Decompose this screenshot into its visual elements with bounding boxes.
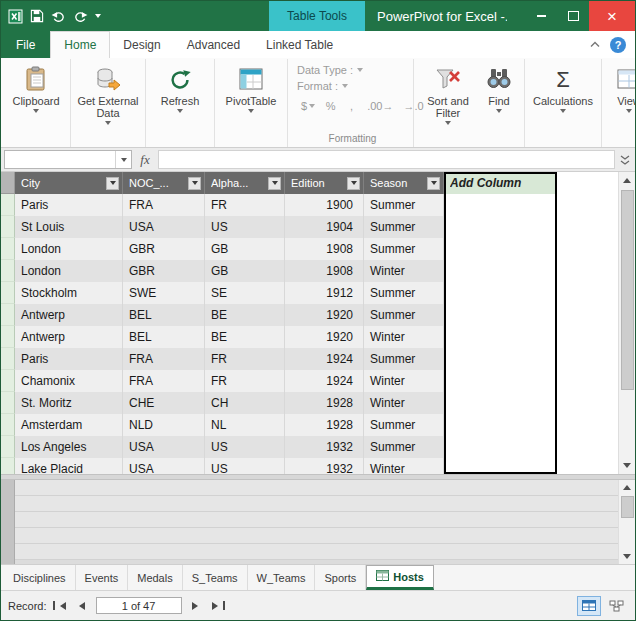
add-column-cell[interactable] (444, 216, 557, 238)
tab-home[interactable]: Home (50, 31, 110, 58)
insert-function-button[interactable]: fx (132, 148, 158, 171)
row-selector[interactable] (1, 238, 15, 260)
app-icon[interactable] (8, 9, 23, 24)
table-cell[interactable]: BEL (123, 326, 205, 348)
formula-input[interactable] (158, 150, 615, 169)
scrollbar-thumb[interactable] (621, 190, 634, 390)
table-cell[interactable]: Summer (364, 282, 444, 304)
thousands-separator-button[interactable]: , (342, 97, 361, 115)
table-cell[interactable]: GBR (123, 238, 205, 260)
table-cell[interactable]: Winter (364, 392, 444, 414)
refresh-button[interactable]: Refresh (151, 62, 209, 116)
row-selector[interactable] (1, 392, 15, 414)
column-header-add-column[interactable]: Add Column (444, 172, 557, 194)
data-view-button[interactable] (577, 596, 601, 616)
name-box-dropdown-icon[interactable] (115, 151, 131, 168)
add-column-cell[interactable] (444, 282, 557, 304)
table-cell[interactable]: SE (205, 282, 285, 304)
row-selector[interactable] (1, 436, 15, 458)
scroll-down-icon[interactable] (619, 458, 635, 474)
grid-vertical-scrollbar[interactable] (618, 172, 635, 474)
maximize-button[interactable] (557, 1, 589, 31)
table-cell[interactable]: 1912 (285, 282, 364, 304)
save-icon[interactable] (30, 9, 44, 23)
sheet-tab-s_teams[interactable]: S_Teams (183, 565, 248, 590)
table-cell[interactable]: CHE (123, 392, 205, 414)
diagram-view-button[interactable] (604, 596, 628, 616)
column-header-alpha[interactable]: Alpha... (205, 172, 285, 194)
table-cell[interactable]: Lake Placid (15, 458, 123, 474)
column-header-city[interactable]: City (15, 172, 123, 194)
table-cell[interactable]: SWE (123, 282, 205, 304)
add-column-cell[interactable] (444, 348, 557, 370)
add-column-cell[interactable] (444, 260, 557, 282)
table-cell[interactable]: 1904 (285, 216, 364, 238)
table-cell[interactable]: GB (205, 260, 285, 282)
row-selector[interactable] (1, 282, 15, 304)
table-cell[interactable]: NLD (123, 414, 205, 436)
table-cell[interactable]: Antwerp (15, 304, 123, 326)
data-type-control[interactable]: Data Type : (297, 62, 363, 78)
table-cell[interactable]: BE (205, 304, 285, 326)
filter-dropdown-icon[interactable] (268, 177, 281, 190)
filter-dropdown-icon[interactable] (427, 177, 440, 190)
sheet-tab-hosts[interactable]: Hosts (366, 565, 434, 590)
calc-row[interactable] (15, 528, 618, 544)
column-header-edition[interactable]: Edition (285, 172, 364, 194)
column-header-noc[interactable]: NOC_... (123, 172, 205, 194)
clipboard-button[interactable]: Clipboard (7, 62, 65, 116)
sheet-tab-medals[interactable]: Medals (128, 565, 182, 590)
table-cell[interactable]: St Louis (15, 216, 123, 238)
table-cell[interactable]: Chamonix (15, 370, 123, 392)
row-selector[interactable] (1, 260, 15, 282)
currency-button[interactable]: $ (297, 97, 319, 115)
redo-icon[interactable] (73, 10, 88, 22)
row-selector[interactable] (1, 370, 15, 392)
add-column-cell[interactable] (444, 392, 557, 414)
table-cell[interactable]: FR (205, 348, 285, 370)
add-column-cell[interactable] (444, 238, 557, 260)
sort-and-filter-button[interactable]: Sort and Filter (419, 62, 477, 128)
calc-row[interactable] (15, 512, 618, 528)
format-control[interactable]: Format : (297, 78, 348, 94)
table-cell[interactable]: Summer (364, 414, 444, 436)
scroll-up-icon[interactable] (619, 172, 635, 188)
calc-row[interactable] (15, 544, 618, 560)
table-cell[interactable]: FRA (123, 194, 205, 216)
table-cell[interactable]: Amsterdam (15, 414, 123, 436)
row-selector[interactable] (1, 304, 15, 326)
table-cell[interactable]: 1920 (285, 326, 364, 348)
table-cell[interactable]: FRA (123, 370, 205, 392)
table-cell[interactable]: Antwerp (15, 326, 123, 348)
table-cell[interactable]: Winter (364, 458, 444, 474)
table-cell[interactable]: US (205, 216, 285, 238)
table-cell[interactable]: US (205, 436, 285, 458)
find-button[interactable]: Find (479, 62, 519, 128)
table-cell[interactable]: 1908 (285, 260, 364, 282)
qat-customize-icon[interactable] (95, 14, 101, 21)
get-external-data-button[interactable]: Get External Data (76, 62, 140, 128)
view-button[interactable]: View (607, 62, 636, 116)
table-cell[interactable]: USA (123, 458, 205, 474)
column-header-season[interactable]: Season (364, 172, 444, 194)
sheet-tab-sports[interactable]: Sports (315, 565, 366, 590)
calc-vertical-scrollbar[interactable] (618, 480, 635, 564)
row-selector[interactable] (1, 414, 15, 436)
collapse-ribbon-icon[interactable] (590, 41, 600, 48)
next-record-button[interactable] (189, 598, 206, 614)
add-column-cell[interactable] (444, 194, 557, 216)
table-cell[interactable]: US (205, 458, 285, 474)
add-column-cell[interactable] (444, 370, 557, 392)
table-cell[interactable]: BE (205, 326, 285, 348)
previous-record-button[interactable] (72, 598, 89, 614)
table-cell[interactable]: 1908 (285, 238, 364, 260)
table-cell[interactable]: Stockholm (15, 282, 123, 304)
table-cell[interactable]: 1932 (285, 436, 364, 458)
table-cell[interactable]: 1928 (285, 414, 364, 436)
table-cell[interactable]: Summer (364, 238, 444, 260)
table-cell[interactable]: 1924 (285, 348, 364, 370)
row-selector[interactable] (1, 348, 15, 370)
table-cell[interactable]: BEL (123, 304, 205, 326)
add-column-cell[interactable] (444, 304, 557, 326)
table-cell[interactable]: Summer (364, 304, 444, 326)
